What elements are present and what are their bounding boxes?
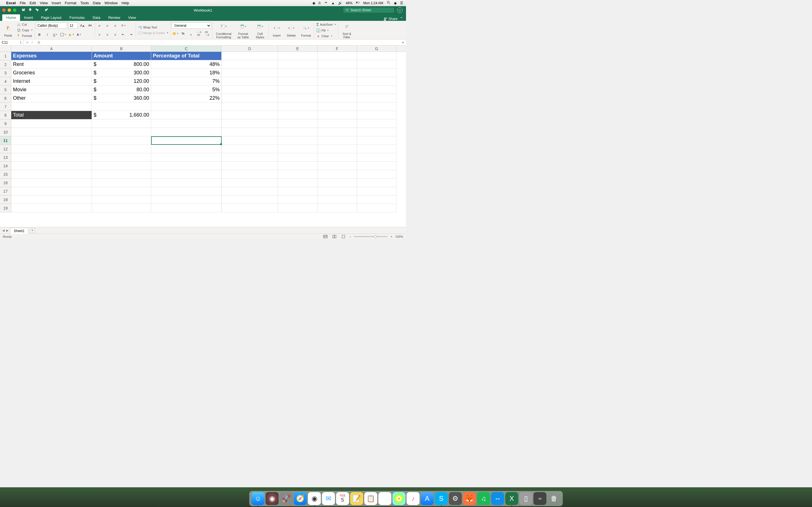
decrease-indent-button[interactable]: ⇤ xyxy=(120,32,126,38)
menu-help[interactable]: Help xyxy=(121,1,129,5)
increase-decimal-button[interactable]: ←.0.00 xyxy=(195,31,202,37)
cell-F16[interactable] xyxy=(317,179,357,187)
cell-C19[interactable] xyxy=(151,204,221,212)
cell-F9[interactable] xyxy=(317,119,357,128)
name-box[interactable]: C11 ▲▼ xyxy=(0,40,24,45)
cell-A5[interactable]: Movie xyxy=(11,86,92,94)
cell-E5[interactable] xyxy=(278,86,317,94)
add-sheet-button[interactable]: + xyxy=(30,228,35,233)
cell-D1[interactable] xyxy=(221,52,278,60)
cell-C16[interactable] xyxy=(151,179,221,187)
row-header-4[interactable]: 4 xyxy=(0,77,11,86)
cell-A11[interactable] xyxy=(11,136,92,145)
minimize-window-button[interactable] xyxy=(8,8,11,12)
menu-window[interactable]: Window xyxy=(105,1,117,5)
cell-F7[interactable] xyxy=(317,103,357,111)
align-middle-button[interactable]: ≡ xyxy=(104,22,111,29)
menu-insert[interactable]: Insert xyxy=(52,1,61,5)
cell-E2[interactable] xyxy=(278,60,317,69)
cell-F14[interactable] xyxy=(317,162,357,170)
save-icon[interactable] xyxy=(21,8,26,13)
cell-A13[interactable] xyxy=(11,153,92,162)
cell-B10[interactable] xyxy=(92,128,151,136)
cell-F12[interactable] xyxy=(317,145,357,153)
cell-A2[interactable]: Rent xyxy=(11,60,92,69)
cell-E19[interactable] xyxy=(278,204,317,212)
row-header-15[interactable]: 15 xyxy=(0,170,11,179)
clock[interactable]: Mon 1:24 AM xyxy=(363,1,383,5)
cell-F19[interactable] xyxy=(317,204,357,212)
cell-B13[interactable] xyxy=(92,153,151,162)
copy-button[interactable]: Copy xyxy=(16,27,34,33)
spreadsheet-grid[interactable]: A B C D E F G 12345678910111213141516171… xyxy=(0,46,406,227)
tab-page-layout[interactable]: Page Layout xyxy=(37,14,65,21)
cell-G16[interactable] xyxy=(357,179,396,187)
cell-G15[interactable] xyxy=(357,170,396,179)
tab-view[interactable]: View xyxy=(124,14,140,21)
cell-C13[interactable] xyxy=(151,153,221,162)
cell-E15[interactable] xyxy=(278,170,317,179)
notification-icon[interactable]: ☰ xyxy=(400,1,403,5)
cell-C6[interactable]: 22% xyxy=(151,94,221,103)
cell-E9[interactable] xyxy=(278,119,317,128)
cell-D9[interactable] xyxy=(221,119,278,128)
col-header-b[interactable]: B xyxy=(92,46,151,52)
clear-button[interactable]: Clear xyxy=(315,34,337,39)
cell-F8[interactable] xyxy=(317,111,357,119)
cell-G8[interactable] xyxy=(357,111,396,119)
cell-D15[interactable] xyxy=(221,170,278,179)
cell-F18[interactable] xyxy=(317,195,357,204)
cell-B9[interactable] xyxy=(92,119,151,128)
cell-B7[interactable] xyxy=(92,103,151,111)
format-painter-button[interactable]: Format xyxy=(16,33,34,38)
format-table-button[interactable] xyxy=(238,21,249,32)
sheet-nav-prev[interactable]: ◀ xyxy=(2,229,4,232)
zoom-level[interactable]: 193% xyxy=(395,235,403,238)
cell-A14[interactable] xyxy=(11,162,92,170)
italic-button[interactable]: I xyxy=(44,32,51,38)
menu-file[interactable]: File xyxy=(20,1,26,5)
cell-A16[interactable] xyxy=(11,179,92,187)
tab-review[interactable]: Review xyxy=(104,14,124,21)
cell-C7[interactable] xyxy=(151,103,221,111)
menu-view[interactable]: View xyxy=(40,1,48,5)
cell-F2[interactable] xyxy=(317,60,357,69)
cell-E14[interactable] xyxy=(278,162,317,170)
print-icon[interactable] xyxy=(28,8,32,13)
cell-G5[interactable] xyxy=(357,86,396,94)
menu-edit[interactable]: Edit xyxy=(30,1,36,5)
cell-C4[interactable]: 7% xyxy=(151,77,221,86)
page-break-view-button[interactable] xyxy=(340,234,347,239)
wrap-text-button[interactable]: Wrap Text xyxy=(137,25,169,30)
fill-color-button[interactable] xyxy=(68,32,74,38)
cell-E11[interactable] xyxy=(278,136,317,145)
font-color-button[interactable]: A xyxy=(75,32,82,38)
tab-formulas[interactable]: Formulas xyxy=(65,14,89,21)
cell-B15[interactable] xyxy=(92,170,151,179)
cell-G17[interactable] xyxy=(357,187,396,195)
col-header-f[interactable]: F xyxy=(317,46,357,52)
cell-F10[interactable] xyxy=(317,128,357,136)
cell-C11[interactable] xyxy=(151,136,221,145)
cell-D8[interactable] xyxy=(221,111,278,119)
cell-D10[interactable] xyxy=(221,128,278,136)
cell-F3[interactable] xyxy=(317,69,357,77)
cell-D4[interactable] xyxy=(221,77,278,86)
tab-data[interactable]: Data xyxy=(89,14,104,21)
cell-A15[interactable] xyxy=(11,170,92,179)
fx-button[interactable]: fx xyxy=(36,40,42,45)
select-all-corner[interactable] xyxy=(0,46,11,52)
cell-F15[interactable] xyxy=(317,170,357,179)
row-header-6[interactable]: 6 xyxy=(0,94,11,103)
cell-C1[interactable]: Percentage of Total xyxy=(151,52,221,60)
cell-G11[interactable] xyxy=(357,136,396,145)
row-header-17[interactable]: 17 xyxy=(0,187,11,195)
page-layout-view-button[interactable] xyxy=(331,234,338,239)
tab-home[interactable]: Home xyxy=(2,14,20,21)
cell-C12[interactable] xyxy=(151,145,221,153)
cell-D19[interactable] xyxy=(221,204,278,212)
align-left-button[interactable]: ≡ xyxy=(96,32,103,38)
zoom-slider[interactable] xyxy=(354,236,388,237)
cell-B1[interactable]: Amount xyxy=(92,52,151,60)
delete-cells-button[interactable]: × xyxy=(286,23,296,33)
